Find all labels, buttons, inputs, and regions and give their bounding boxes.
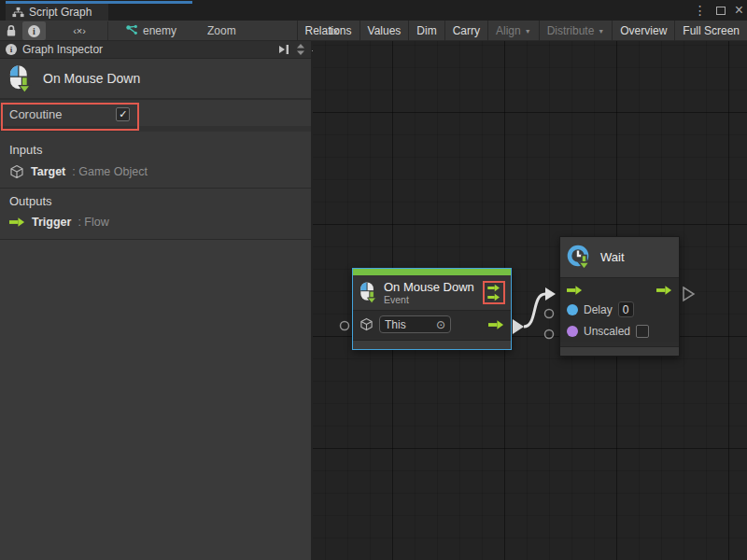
node-subtitle: Event — [384, 294, 474, 305]
coroutine-checkbox[interactable]: ✓ — [116, 107, 130, 121]
target-value: This — [385, 318, 436, 331]
node-footer — [560, 346, 679, 356]
flow-arrow-icon — [9, 217, 25, 228]
unscaled-label: Unscaled — [584, 325, 630, 338]
delay-label: Delay — [584, 303, 613, 316]
unit-title: On Mouse Down — [43, 71, 140, 86]
mouse-down-icon — [7, 64, 32, 93]
wait-delay-outer-port[interactable] — [545, 310, 554, 318]
lock-button[interactable] — [2, 21, 21, 40]
align-button: Align▼ — [487, 21, 539, 41]
delay-value-field[interactable]: 0 — [618, 301, 634, 317]
node-title: On Mouse Down — [384, 280, 474, 294]
info-button[interactable]: i — [22, 21, 46, 40]
inspector-empty-area — [0, 240, 311, 560]
connection-arrowhead — [545, 287, 556, 301]
coroutine-arrow-icon — [486, 284, 501, 292]
inputs-title: Inputs — [9, 143, 302, 157]
outputs-section: Outputs Trigger : Flow — [0, 189, 311, 240]
distribute-button: Distribute▼ — [539, 21, 613, 41]
flow-output-arrow-icon[interactable] — [656, 285, 672, 296]
input-name: Target — [31, 165, 65, 178]
event-target-input-port[interactable] — [341, 322, 349, 330]
event-node-accent-bar — [353, 269, 511, 275]
flow-connection-wire[interactable] — [524, 294, 545, 327]
lock-icon — [6, 24, 17, 37]
info-icon: i — [28, 25, 40, 37]
zoom-label: Zoom — [207, 24, 236, 37]
code-view-button[interactable]: ‹×› — [58, 21, 101, 40]
info-icon: i — [6, 44, 17, 55]
trigger-output-arrow-icon[interactable] — [488, 319, 504, 330]
node-on-mouse-down[interactable]: On Mouse Down Event This — [352, 268, 512, 350]
tab-script-graph[interactable]: Script Graph — [6, 4, 108, 21]
game-object-cube-icon — [359, 317, 374, 331]
graph-name: enemy — [143, 24, 176, 37]
tab-title: Script Graph — [29, 6, 92, 19]
values-button[interactable]: Values — [359, 21, 409, 41]
unscaled-checkbox[interactable] — [636, 325, 649, 338]
overview-button[interactable]: Overview — [612, 21, 674, 41]
unscaled-input-port[interactable] — [567, 326, 578, 337]
target-field[interactable]: This ⊙ — [379, 315, 451, 333]
input-type: : Game Object — [72, 165, 148, 178]
chevron-down-icon: ▼ — [598, 28, 604, 35]
node-footer — [353, 340, 511, 349]
outputs-title: Outputs — [9, 194, 302, 208]
graph-hierarchy-icon — [12, 7, 24, 18]
node-title: Wait — [600, 250, 625, 264]
graph-inspector-panel: i Graph Inspector — [0, 41, 312, 560]
output-type: : Flow — [78, 216, 108, 229]
graph-toolbar: i ‹×› enemy Zoom 1x Relations Values Dim… — [0, 21, 747, 41]
output-name: Trigger — [32, 216, 71, 229]
wait-exit-outer-port[interactable] — [684, 287, 694, 301]
carry-button[interactable]: Carry — [444, 21, 487, 41]
script-graph-window: Script Graph ⋮ × i ‹×› — [0, 0, 747, 560]
graph-asset-icon — [125, 24, 138, 37]
event-trigger-output-port[interactable] — [513, 319, 524, 334]
title-bar: Script Graph ⋮ × — [0, 0, 747, 21]
coroutine-arrow-icon — [486, 293, 501, 301]
annotation-box-coroutine-icon — [483, 281, 505, 304]
inspector-header: i Graph Inspector — [0, 41, 311, 59]
spinner-up-down-icon[interactable] — [296, 43, 305, 56]
window-menu-icon[interactable]: ⋮ — [694, 0, 707, 21]
node-wait[interactable]: Wait Delay 0 Unscaled — [559, 236, 680, 357]
inspector-title: Graph Inspector — [22, 43, 103, 56]
input-row-target: Target : Game Object — [9, 164, 302, 179]
chevron-down-icon: ▼ — [525, 28, 531, 35]
toolbar-separator — [107, 21, 108, 40]
graph-canvas[interactable]: On Mouse Down Event This — [313, 41, 747, 560]
object-picker-icon[interactable]: ⊙ — [436, 318, 445, 331]
flow-input-arrow-icon[interactable] — [567, 285, 583, 296]
delay-input-port[interactable] — [567, 304, 578, 315]
coroutine-setting-row: Coroutine ✓ — [0, 102, 311, 132]
graph-breadcrumb[interactable]: enemy — [125, 21, 176, 40]
relations-button[interactable]: Relations — [297, 21, 359, 41]
dock-panel-icon[interactable] — [277, 44, 290, 55]
output-row-trigger: Trigger : Flow — [9, 216, 302, 229]
coroutine-label: Coroutine — [9, 107, 62, 121]
full-screen-button[interactable]: Full Screen — [674, 21, 747, 41]
game-object-cube-icon — [9, 164, 24, 179]
wait-unscaled-outer-port[interactable] — [545, 330, 554, 339]
maximize-icon[interactable] — [716, 7, 726, 15]
close-icon[interactable]: × — [735, 0, 743, 21]
mouse-down-icon — [359, 281, 377, 304]
inspected-unit-header: On Mouse Down — [0, 59, 311, 100]
inputs-section: Inputs Target : Game Object — [0, 137, 311, 189]
dim-button[interactable]: Dim — [408, 21, 444, 41]
code-icon: ‹×› — [73, 25, 86, 36]
wait-clock-icon — [566, 244, 594, 272]
